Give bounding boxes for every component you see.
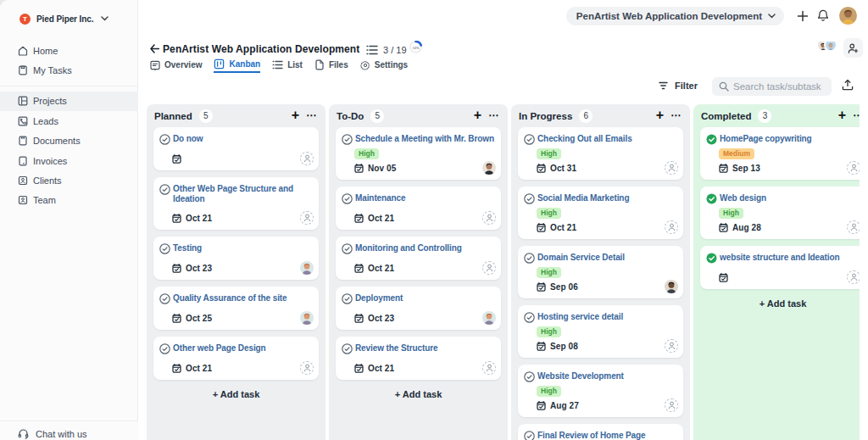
svg-text:16%: 16% [412, 46, 419, 50]
